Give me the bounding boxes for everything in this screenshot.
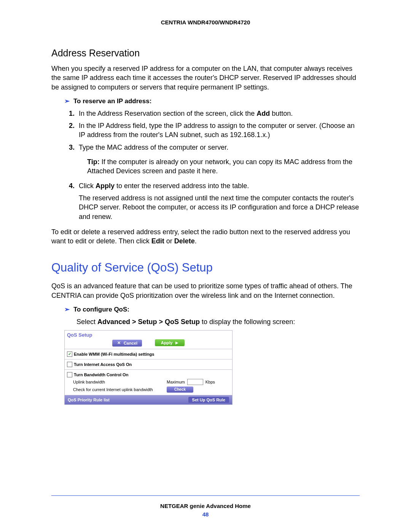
- procedure-title: To configure QoS:: [73, 306, 129, 313]
- section-title-qos: Quality of Service (QoS) Setup: [51, 261, 360, 275]
- procedure-heading: ➢To configure QoS:: [64, 305, 360, 313]
- paragraph: QoS is an advanced feature that can be u…: [51, 281, 360, 300]
- check-row: Check for current Internet uplink bandwi…: [73, 387, 230, 393]
- close-icon: ✕: [117, 340, 121, 345]
- paragraph: When you specify a reserved IP address f…: [51, 64, 360, 92]
- checkbox-row: ✓ Enable WMM (Wi-Fi multimedia) settings: [67, 351, 230, 357]
- panel-title: QoS Setup: [65, 331, 232, 338]
- qos-setup-panel: QoS Setup ✕ Cancel Apply ▶ ✓ Enable WMM …: [64, 330, 233, 405]
- checkbox-enable-wmm[interactable]: ✓: [67, 351, 72, 357]
- panel-button-row: ✕ Cancel Apply ▶: [65, 338, 232, 349]
- check-button[interactable]: Check: [167, 387, 193, 393]
- procedure-title: To reserve an IP address:: [73, 97, 151, 105]
- button-label: Apply: [161, 340, 173, 345]
- step-item: Type the MAC address of the computer or …: [76, 143, 360, 176]
- step-list: In the Address Reservation section of th…: [76, 109, 360, 221]
- tip-label: Tip:: [87, 158, 100, 166]
- field-label: Uplink bandwidth: [73, 380, 164, 384]
- step-item: In the IP Address field, type the IP add…: [76, 121, 360, 140]
- procedure-heading: ➢To reserve an IP address:: [64, 97, 360, 105]
- panel-footer: QoS Priority Rule list Set Up QoS Rule: [65, 395, 232, 404]
- play-icon: ▶: [175, 341, 178, 345]
- button-label: Cancel: [124, 341, 137, 345]
- arrow-icon: ➢: [64, 306, 70, 313]
- cancel-button[interactable]: ✕ Cancel: [112, 340, 142, 347]
- footer-label: QoS Priority Rule list: [68, 398, 188, 402]
- page-number: 48: [0, 511, 411, 518]
- step-note: The reserved address is not assigned unt…: [79, 193, 360, 221]
- checkbox-bandwidth-control[interactable]: [67, 372, 72, 377]
- checkbox-label: Turn Bandwidth Control On: [74, 372, 128, 377]
- paragraph: To edit or delete a reserved address ent…: [51, 227, 360, 246]
- checkbox-row: Turn Bandwidth Control On: [67, 372, 230, 377]
- checkbox-label: Enable WMM (Wi-Fi multimedia) settings: [74, 352, 154, 356]
- setup-qos-rule-button[interactable]: Set Up QoS Rule: [188, 397, 229, 403]
- checkbox-label: Turn Internet Access QoS On: [74, 362, 132, 367]
- checkbox-row: Turn Internet Access QoS On: [67, 362, 230, 367]
- field-label: Check for current Internet uplink bandwi…: [73, 387, 164, 392]
- section-title-address-reservation: Address Reservation: [51, 48, 360, 59]
- footer-text: NETGEAR genie Advanced Home: [0, 503, 411, 509]
- apply-button[interactable]: Apply ▶: [155, 339, 185, 346]
- step-item: Click Apply to enter the reserved addres…: [76, 181, 360, 221]
- arrow-icon: ➢: [64, 97, 70, 105]
- footer-rule: [51, 495, 360, 496]
- tip-block: Tip: If the computer is already on your …: [87, 157, 360, 176]
- field-label: Maximum: [167, 380, 185, 384]
- uplink-row: Uplink bandwidth Maximum Kbps: [73, 379, 230, 385]
- tip-text: If the computer is already on your netwo…: [87, 158, 352, 175]
- uplink-bandwidth-input[interactable]: [187, 379, 203, 385]
- step-item: In the Address Reservation section of th…: [76, 109, 360, 118]
- checkbox-internet-qos[interactable]: [67, 362, 72, 367]
- paragraph: Select Advanced > Setup > QoS Setup to d…: [76, 317, 360, 326]
- unit-label: Kbps: [206, 380, 215, 384]
- doc-header: CENTRIA WNDR4700/WNDR4720: [51, 19, 360, 26]
